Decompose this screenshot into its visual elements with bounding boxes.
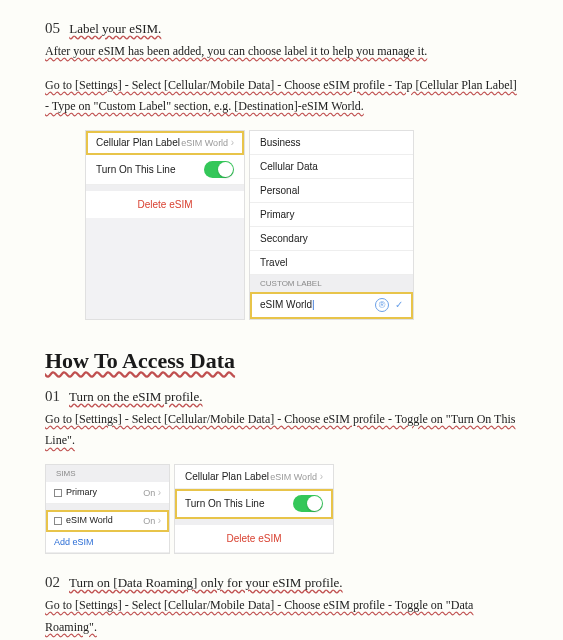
custom-label-input-row[interactable]: eSIM World| ® ✓ — [250, 292, 413, 319]
step-02-heading: 02 Turn on [Data Roaming] only for your … — [45, 574, 518, 591]
label-option[interactable]: Secondary — [250, 227, 413, 251]
step-number: 01 — [45, 388, 60, 404]
step-05-instruction-1: After your eSIM has been added, you can … — [45, 41, 518, 63]
custom-label-header: CUSTOM LABEL — [250, 275, 413, 292]
cellular-plan-label-row[interactable]: Cellular Plan Label eSIM World › — [175, 465, 333, 489]
label-option[interactable]: Business — [250, 131, 413, 155]
row-value: eSIM World › — [181, 137, 234, 148]
mock-label-esim: Cellular Plan Label eSIM World › Turn On… — [45, 130, 518, 320]
row-label: Cellular Plan Label — [96, 137, 180, 148]
step-05-instruction-2: Go to [Settings] - Select [Cellular/Mobi… — [45, 75, 518, 118]
sim-icon — [54, 517, 62, 525]
turn-on-line-row[interactable]: Turn On This Line — [175, 489, 333, 519]
label-option[interactable]: Cellular Data — [250, 155, 413, 179]
step-number: 02 — [45, 574, 60, 590]
step-05-heading: 05 Label your eSIM. — [45, 20, 518, 37]
clear-icon[interactable]: ® — [375, 298, 389, 312]
row-value: eSIM World › — [270, 471, 323, 482]
plan-panel: Cellular Plan Label eSIM World › Turn On… — [85, 130, 245, 320]
chevron-right-icon: › — [231, 137, 234, 148]
toggle-on-icon[interactable] — [204, 161, 234, 178]
label-option[interactable]: Travel — [250, 251, 413, 275]
add-esim-row[interactable]: Add eSIM — [46, 532, 169, 553]
label-options-panel: Business Cellular Data Personal Primary … — [249, 130, 414, 320]
label-option[interactable]: Primary — [250, 203, 413, 227]
mock-turn-on-esim: SIMs Primary On › eSIM World On › Add eS… — [45, 464, 518, 554]
chevron-right-icon: › — [158, 515, 161, 526]
custom-label-value: eSIM World — [260, 299, 312, 310]
sims-header: SIMs — [46, 465, 169, 482]
chevron-right-icon: › — [158, 487, 161, 498]
sims-panel: SIMs Primary On › eSIM World On › Add eS… — [45, 464, 170, 554]
step-title: Turn on the eSIM profile. — [69, 389, 203, 404]
row-label: Turn On This Line — [185, 498, 264, 509]
delete-esim-button[interactable]: Delete eSIM — [175, 525, 333, 552]
plan-panel-2: Cellular Plan Label eSIM World › Turn On… — [174, 464, 334, 554]
step-number: 05 — [45, 20, 60, 36]
chevron-right-icon: › — [320, 471, 323, 482]
step-01-heading: 01 Turn on the eSIM profile. — [45, 388, 518, 405]
step-02-instruction: Go to [Settings] - Select [Cellular/Mobi… — [45, 595, 518, 638]
cellular-plan-label-row[interactable]: Cellular Plan Label eSIM World › — [86, 131, 244, 155]
section-heading: How To Access Data — [45, 348, 518, 374]
sim-row-primary[interactable]: Primary On › — [46, 482, 169, 504]
step-01-instruction: Go to [Settings] - Select [Cellular/Mobi… — [45, 409, 518, 452]
toggle-on-icon[interactable] — [293, 495, 323, 512]
check-icon[interactable]: ✓ — [395, 299, 403, 310]
turn-on-line-row[interactable]: Turn On This Line — [86, 155, 244, 185]
step-title: Turn on [Data Roaming] only for your eSI… — [69, 575, 343, 590]
add-esim-link[interactable]: Add eSIM — [54, 537, 94, 547]
sim-row-esim[interactable]: eSIM World On › — [46, 510, 169, 532]
row-label: Turn On This Line — [96, 164, 175, 175]
step-title: Label your eSIM. — [69, 21, 161, 36]
row-label: Cellular Plan Label — [185, 471, 269, 482]
label-option[interactable]: Personal — [250, 179, 413, 203]
delete-esim-button[interactable]: Delete eSIM — [86, 191, 244, 218]
sim-icon — [54, 489, 62, 497]
